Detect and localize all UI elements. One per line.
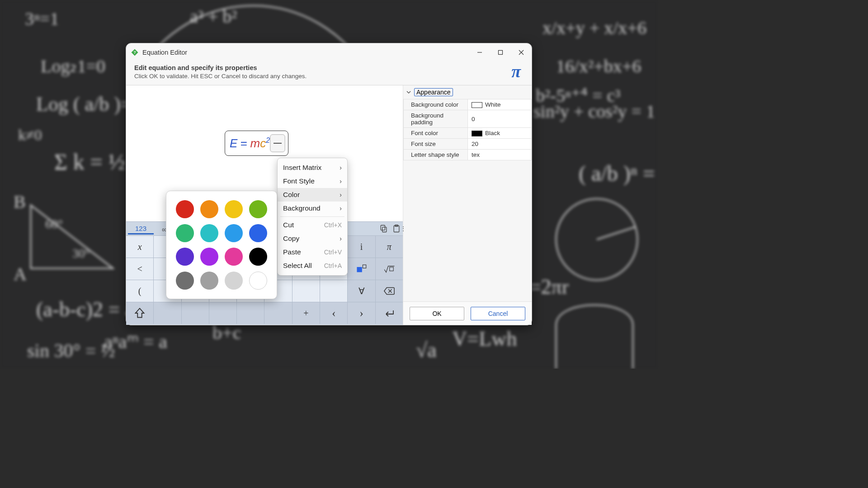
svg-text:V=Lwh: V=Lwh: [452, 327, 517, 350]
svg-text:k≠0: k≠0: [18, 127, 42, 143]
dialog-footer: OK Cancel: [403, 301, 532, 325]
color-swatch-pink[interactable]: [225, 248, 243, 266]
svg-text:aⁿaᵐ = a: aⁿaᵐ = a: [104, 331, 167, 352]
color-swatch-teal[interactable]: [200, 224, 218, 242]
property-row[interactable]: Font colorBlack: [404, 128, 532, 139]
properties-section-label: Appearance: [414, 88, 453, 96]
keypad-key[interactable]: [376, 258, 403, 280]
app-icon: ?: [131, 48, 139, 56]
color-swatch-blue[interactable]: [249, 224, 267, 242]
copy-icon[interactable]: [379, 224, 388, 233]
color-swatch-sky[interactable]: [225, 224, 243, 242]
keypad-key[interactable]: [348, 258, 375, 280]
keypad-key[interactable]: [264, 302, 292, 324]
color-swatch-black[interactable]: [249, 248, 267, 266]
keypad-key[interactable]: +: [292, 302, 320, 324]
subheader-hint: Click OK to validate. Hit ESC or Cancel …: [134, 73, 511, 80]
cancel-button[interactable]: Cancel: [471, 307, 525, 320]
subheader-title: Edit equation and specify its properties: [134, 64, 511, 71]
keypad-key[interactable]: ∀: [348, 280, 375, 302]
svg-text:(a-b-c)2 = a²: (a-b-c)2 = a²: [36, 298, 141, 321]
svg-rect-27: [382, 227, 387, 232]
keypad-key[interactable]: [209, 302, 236, 324]
context-menu-item[interactable]: PasteCtrl+V: [278, 245, 347, 259]
color-swatch-white[interactable]: [249, 272, 267, 290]
minimize-button[interactable]: [469, 43, 490, 61]
keypad-key[interactable]: ‹: [320, 302, 347, 324]
keypad-key[interactable]: x: [126, 236, 153, 258]
pi-icon: π: [511, 64, 521, 79]
equation-content[interactable]: E = mc2: [230, 136, 270, 150]
keypad-key[interactable]: (: [126, 280, 153, 302]
property-row[interactable]: Font size20: [404, 139, 532, 150]
keypad-key[interactable]: [376, 280, 403, 302]
color-picker-popup: [166, 191, 277, 299]
svg-text:sin 30° = ½: sin 30° = ½: [27, 340, 115, 361]
property-row[interactable]: Background padding0: [404, 110, 532, 128]
svg-text:16/x²+bx+6: 16/x²+bx+6: [556, 56, 641, 76]
svg-text:( a/b )ⁿ = aⁿ/bⁿ: ( a/b )ⁿ = aⁿ/bⁿ: [579, 161, 658, 186]
svg-rect-26: [499, 51, 503, 55]
window-title: Equation Editor: [142, 49, 469, 56]
keypad-tab-numeric[interactable]: 123: [128, 223, 154, 235]
keypad-key[interactable]: [237, 302, 264, 324]
close-button[interactable]: [511, 43, 532, 61]
svg-text:a² + b²: a² + b²: [190, 6, 237, 27]
svg-text:x/x+y + x/x+6: x/x+y + x/x+6: [542, 18, 646, 38]
keypad-more-icon[interactable]: ⋮: [401, 225, 406, 232]
equation-context-menu: Insert Matrix›Font Style›Color›Backgroun…: [277, 158, 348, 276]
color-swatch-yellow[interactable]: [225, 200, 243, 218]
color-swatch-indigo[interactable]: [176, 248, 194, 266]
equation-menu-button[interactable]: [270, 134, 285, 152]
property-row[interactable]: Background colorWhite: [404, 99, 532, 110]
keypad-key[interactable]: <: [126, 258, 153, 280]
color-swatch-violet[interactable]: [200, 248, 218, 266]
color-swatch-emerald[interactable]: [176, 224, 194, 242]
color-swatch-orange[interactable]: [200, 200, 218, 218]
paste-icon[interactable]: [392, 224, 401, 233]
subheader: Edit equation and specify its properties…: [126, 61, 532, 85]
svg-text:√a: √a: [416, 338, 437, 361]
color-swatch-gray-dark[interactable]: [176, 272, 194, 290]
svg-rect-33: [390, 267, 393, 271]
context-menu-item[interactable]: CutCtrl+X: [278, 218, 347, 232]
svg-text:b²-5ⁿ⁺⁴ = c³: b²-5ⁿ⁺⁴ = c³: [536, 85, 620, 106]
keypad-key[interactable]: [182, 302, 209, 324]
color-swatch-red[interactable]: [176, 200, 194, 218]
svg-rect-32: [363, 265, 366, 268]
svg-text:A: A: [14, 264, 27, 284]
keypad-key[interactable]: [376, 302, 403, 324]
svg-text:60°: 60°: [45, 217, 63, 231]
properties-section-header[interactable]: Appearance: [403, 85, 532, 99]
context-menu-item[interactable]: Background›: [278, 202, 347, 215]
context-menu-item[interactable]: Copy›: [278, 232, 347, 245]
context-menu-item[interactable]: Select AllCtrl+A: [278, 259, 347, 272]
context-menu-item[interactable]: Font Style›: [278, 174, 347, 188]
svg-text:?: ?: [133, 50, 136, 55]
titlebar[interactable]: ? Equation Editor: [126, 43, 532, 61]
keypad-key[interactable]: ›: [348, 302, 375, 324]
equation-box[interactable]: E = mc2: [225, 131, 288, 156]
color-swatch-gray-light[interactable]: [225, 272, 243, 290]
keypad-key[interactable]: i: [348, 236, 375, 258]
properties-pane: Appearance Background colorWhiteBackgrou…: [403, 85, 532, 325]
svg-text:Log₂1=0: Log₂1=0: [41, 56, 105, 76]
svg-text:30°: 30°: [72, 246, 90, 260]
property-row[interactable]: Letter shape styletex: [404, 150, 532, 160]
maximize-button[interactable]: [490, 43, 511, 61]
keypad-key[interactable]: [126, 302, 153, 324]
color-swatch-green[interactable]: [249, 200, 267, 218]
ok-button[interactable]: OK: [410, 307, 464, 320]
svg-text:3ⁿ=1: 3ⁿ=1: [25, 9, 59, 29]
color-swatch-gray[interactable]: [200, 272, 218, 290]
svg-rect-28: [381, 225, 385, 230]
svg-rect-31: [357, 267, 362, 272]
properties-table: Background colorWhiteBackground padding0…: [403, 99, 532, 160]
keypad-key[interactable]: [292, 280, 320, 302]
svg-text:B: B: [14, 192, 26, 212]
keypad-key[interactable]: [154, 302, 181, 324]
context-menu-item[interactable]: Insert Matrix›: [278, 161, 347, 174]
context-menu-item[interactable]: Color›: [278, 188, 347, 202]
keypad-key[interactable]: π: [376, 236, 403, 258]
keypad-key[interactable]: [320, 280, 347, 302]
